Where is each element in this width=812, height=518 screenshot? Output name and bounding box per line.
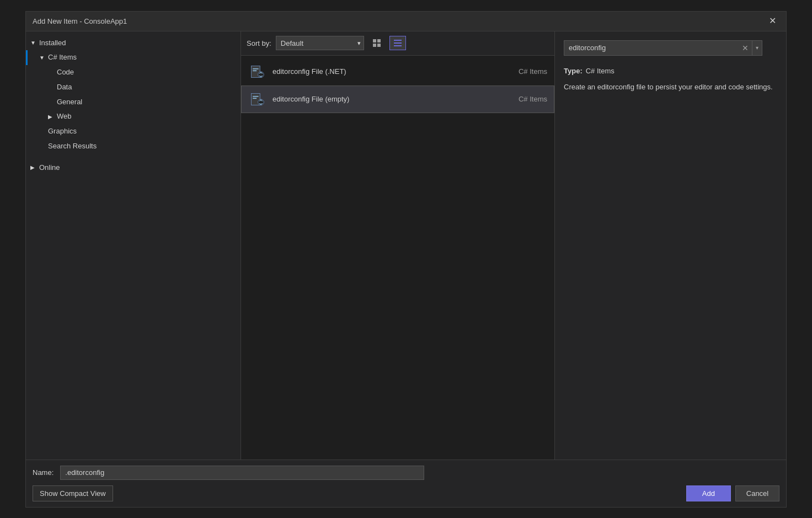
sidebar-item-installed[interactable]: ▼ Installed <box>26 36 241 51</box>
svg-rect-5 <box>394 42 402 44</box>
sidebar-item-online-label: Online <box>39 162 60 174</box>
type-label: Type: <box>564 67 583 75</box>
sort-select-wrapper: Default Name Type <box>276 36 364 50</box>
sidebar-item-csharp-wrapper: ▼ C# Items <box>26 50 241 65</box>
main-content: ▼ Installed ▼ C# Items Code Data <box>26 31 786 460</box>
right-panel: ✕ ▾ Type: C# Items Create an editorconfi… <box>554 31 786 460</box>
name-row: Name: <box>33 466 779 480</box>
item-icon-editorconfig-empty <box>248 90 266 108</box>
svg-rect-1 <box>377 39 381 42</box>
sidebar: ▼ Installed ▼ C# Items Code Data <box>26 31 241 460</box>
item-icon-editorconfig-net <box>248 63 266 81</box>
arrow-general <box>48 98 55 106</box>
sidebar-item-data-label: Data <box>57 82 72 93</box>
svg-rect-2 <box>373 44 376 47</box>
sidebar-item-web-label: Web <box>57 111 72 122</box>
arrow-search-results <box>39 142 46 151</box>
sidebar-item-online[interactable]: ▶ Online <box>26 161 241 175</box>
svg-rect-0 <box>373 39 376 42</box>
svg-rect-3 <box>377 44 381 47</box>
grid-view-button[interactable] <box>368 36 385 50</box>
add-button[interactable]: Add <box>686 485 731 501</box>
svg-rect-9 <box>253 70 257 71</box>
item-list: editorconfig File (.NET) C# Items <box>241 56 554 460</box>
item-category-editorconfig-net: C# Items <box>481 67 547 76</box>
list-icon <box>393 39 402 47</box>
search-bar: ✕ ▾ <box>564 40 762 56</box>
svg-rect-13 <box>253 98 257 99</box>
add-new-item-dialog: Add New Item - ConsoleApp1 ✕ ▼ Installed… <box>25 11 787 508</box>
bottom-area: Name: Show Compact View Add Cancel <box>26 460 786 507</box>
arrow-csharp: ▼ <box>39 54 46 62</box>
sidebar-item-general-label: General <box>57 97 82 108</box>
name-input[interactable] <box>60 466 424 480</box>
arrow-graphics <box>39 127 46 136</box>
editorconfig-net-icon <box>249 64 265 79</box>
sidebar-item-graphics-label: Graphics <box>48 126 77 137</box>
item-category-editorconfig-empty: C# Items <box>481 95 547 103</box>
sidebar-item-search-results-label: Search Results <box>48 141 97 152</box>
item-name-editorconfig-empty: editorconfig File (empty) <box>273 95 474 103</box>
compact-view-button[interactable]: Show Compact View <box>33 485 113 501</box>
sort-by-label: Sort by: <box>247 39 271 47</box>
svg-rect-8 <box>253 68 259 69</box>
list-view-button[interactable] <box>389 36 406 50</box>
arrow-installed: ▼ <box>30 39 37 47</box>
svg-rect-4 <box>394 40 402 41</box>
search-input[interactable] <box>564 41 739 55</box>
arrow-data <box>48 83 55 92</box>
list-item[interactable]: editorconfig File (empty) C# Items <box>241 86 554 113</box>
sidebar-item-code[interactable]: Code <box>26 65 241 80</box>
type-value: C# Items <box>586 67 615 75</box>
header-row: Sort by: Default Name Type <box>241 31 554 56</box>
title-bar: Add New Item - ConsoleApp1 ✕ <box>26 12 786 31</box>
sort-select[interactable]: Default Name Type <box>276 36 364 50</box>
sidebar-item-csharp-label: C# Items <box>48 52 77 63</box>
svg-rect-12 <box>253 95 259 97</box>
search-area: ✕ ▾ <box>564 40 777 56</box>
close-button[interactable]: ✕ <box>766 15 779 26</box>
middle-panel: Sort by: Default Name Type <box>241 31 554 460</box>
sidebar-item-graphics[interactable]: Graphics <box>26 124 241 139</box>
svg-rect-6 <box>394 45 402 46</box>
sort-area: Sort by: Default Name Type <box>247 36 406 50</box>
item-name-editorconfig-net: editorconfig File (.NET) <box>273 67 474 76</box>
arrow-online: ▶ <box>30 163 37 172</box>
type-row: Type: C# Items <box>564 67 777 75</box>
name-label: Name: <box>33 468 54 477</box>
grid-icon <box>372 39 381 47</box>
sidebar-item-installed-label: Installed <box>39 38 66 49</box>
editorconfig-empty-icon <box>249 92 265 107</box>
arrow-web: ▶ <box>48 113 55 121</box>
cancel-button[interactable]: Cancel <box>735 485 779 501</box>
sidebar-item-csharp-items[interactable]: ▼ C# Items <box>26 50 241 65</box>
dialog-title: Add New Item - ConsoleApp1 <box>33 17 127 25</box>
arrow-code <box>48 68 55 77</box>
sidebar-item-general[interactable]: General <box>26 95 241 110</box>
button-row: Show Compact View Add Cancel <box>33 485 779 501</box>
sidebar-item-search-results[interactable]: Search Results <box>26 139 241 154</box>
sidebar-item-code-label: Code <box>57 67 74 78</box>
search-clear-button[interactable]: ✕ <box>739 41 752 55</box>
sidebar-item-data[interactable]: Data <box>26 80 241 95</box>
detail-description: Create an editorconfig file to persist y… <box>564 82 777 93</box>
sidebar-item-web[interactable]: ▶ Web <box>26 109 241 124</box>
search-dropdown-button[interactable]: ▾ <box>752 41 762 55</box>
list-item[interactable]: editorconfig File (.NET) C# Items <box>241 58 554 86</box>
